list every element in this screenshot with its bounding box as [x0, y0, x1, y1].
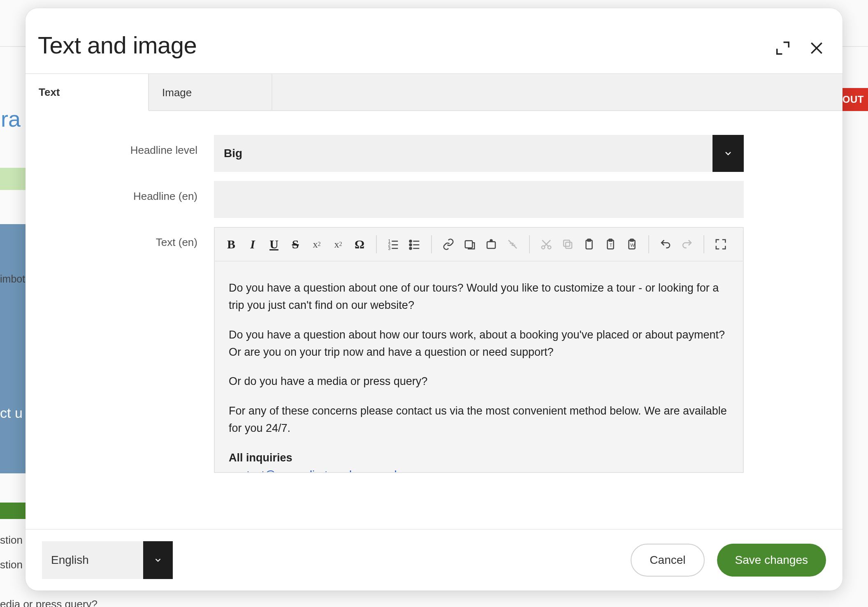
bg-subtext-1: stion	[0, 534, 23, 547]
tab-text-label: Text	[39, 86, 60, 99]
save-button[interactable]: Save changes	[717, 544, 826, 577]
tab-image-label: Image	[162, 86, 192, 99]
paragraph: For any of these concerns please contact…	[229, 403, 729, 437]
copy-icon	[559, 235, 577, 253]
editor-content[interactable]: Do you have a question about one of our …	[215, 262, 743, 472]
bg-hero-text-fragment: ct u	[0, 405, 23, 421]
rich-text-editor: B I U S x2 x2 Ω 123	[214, 227, 744, 473]
paste-text-icon[interactable]: T	[601, 235, 620, 253]
unlink-icon	[504, 235, 522, 253]
paragraph: Do you have a question about how our tou…	[229, 327, 729, 361]
bg-subtext-2: stion	[0, 558, 23, 571]
toolbar-separator	[431, 235, 432, 253]
bg-blue-hero	[0, 224, 26, 473]
language-select[interactable]: English	[42, 541, 173, 579]
asset-link-icon[interactable]	[482, 235, 500, 253]
header-icons	[773, 31, 826, 58]
tabs-rest	[272, 74, 842, 110]
svg-point-12	[410, 248, 412, 250]
form-body: Headline level Big Headline (en) Text (e…	[26, 111, 842, 529]
paste-word-icon[interactable]: W	[623, 235, 641, 253]
link-icon[interactable]	[439, 235, 457, 253]
cancel-button[interactable]: Cancel	[631, 544, 704, 577]
text-image-dialog: Text and image Text Image Headline level…	[26, 8, 842, 591]
chevron-down-icon	[713, 135, 744, 172]
cut-icon	[537, 235, 555, 253]
paragraph: Or do you have a media or press query?	[229, 373, 729, 390]
redo-icon	[678, 235, 696, 253]
paragraph: Do you have a question about one of our …	[229, 280, 729, 314]
label-text-en: Text (en)	[49, 227, 214, 473]
toolbar-separator	[648, 235, 649, 253]
headline-level-select[interactable]: Big	[214, 135, 744, 172]
svg-text:T: T	[610, 243, 613, 248]
maximize-icon[interactable]	[712, 235, 730, 253]
label-headline-en: Headline (en)	[49, 181, 214, 218]
label-headline-level: Headline level	[49, 135, 214, 172]
svg-point-10	[410, 244, 412, 246]
row-text-en: Text (en) B I U S x2 x2 Ω 123	[49, 227, 744, 473]
toolbar-separator	[703, 235, 704, 253]
inquiries-heading: All inquiries	[229, 452, 292, 464]
paragraph: All inquiries contact@magnolia-travels-e…	[229, 449, 729, 472]
expand-icon[interactable]	[773, 39, 792, 58]
ordered-list-icon[interactable]: 123	[384, 235, 402, 253]
tabs: Text Image	[26, 74, 842, 111]
special-char-icon[interactable]: Ω	[350, 237, 369, 251]
toolbar-separator	[376, 235, 377, 253]
superscript-icon[interactable]: x2	[329, 235, 347, 253]
dialog-footer: English Cancel Save changes	[26, 529, 842, 591]
headline-en-input[interactable]	[214, 181, 744, 218]
undo-icon[interactable]	[657, 235, 675, 253]
strikethrough-icon[interactable]: S	[286, 237, 304, 251]
svg-rect-14	[465, 241, 473, 248]
toolbar-separator	[529, 235, 530, 253]
subscript-icon[interactable]: x2	[308, 235, 326, 253]
svg-point-8	[410, 240, 412, 242]
tab-image[interactable]: Image	[149, 74, 272, 111]
footer-actions: Cancel Save changes	[631, 544, 826, 577]
close-icon[interactable]	[807, 39, 826, 58]
bg-jumbot-fragment: imbot	[0, 273, 25, 285]
headline-level-value: Big	[214, 135, 713, 172]
chevron-down-icon	[143, 541, 173, 579]
internal-link-icon[interactable]	[461, 235, 479, 253]
underline-icon[interactable]: U	[265, 237, 283, 251]
dialog-header: Text and image	[26, 8, 842, 74]
row-headline-level: Headline level Big	[49, 135, 744, 172]
bg-subtext-3: edia or press query?	[0, 598, 97, 607]
bg-green-strip-2	[0, 503, 26, 519]
svg-text:3: 3	[388, 246, 391, 250]
paste-icon[interactable]	[580, 235, 598, 253]
logo-fragment: ra	[1, 106, 21, 132]
row-headline-en: Headline (en)	[49, 181, 744, 218]
svg-text:W: W	[630, 243, 635, 248]
bg-green-strip	[0, 168, 26, 190]
dialog-title: Text and image	[38, 31, 197, 59]
svg-rect-15	[487, 242, 495, 248]
svg-line-18	[508, 240, 517, 248]
italic-icon[interactable]: I	[244, 237, 262, 251]
bullet-list-icon[interactable]	[406, 235, 424, 253]
inquiries-email-link[interactable]: contact@magnolia-travels-example.com	[229, 469, 427, 472]
editor-toolbar: B I U S x2 x2 Ω 123	[215, 228, 743, 262]
svg-rect-24	[564, 240, 570, 246]
language-value: English	[42, 541, 143, 579]
svg-rect-23	[566, 242, 572, 248]
tab-text[interactable]: Text	[26, 74, 149, 111]
bold-icon[interactable]: B	[222, 237, 240, 251]
